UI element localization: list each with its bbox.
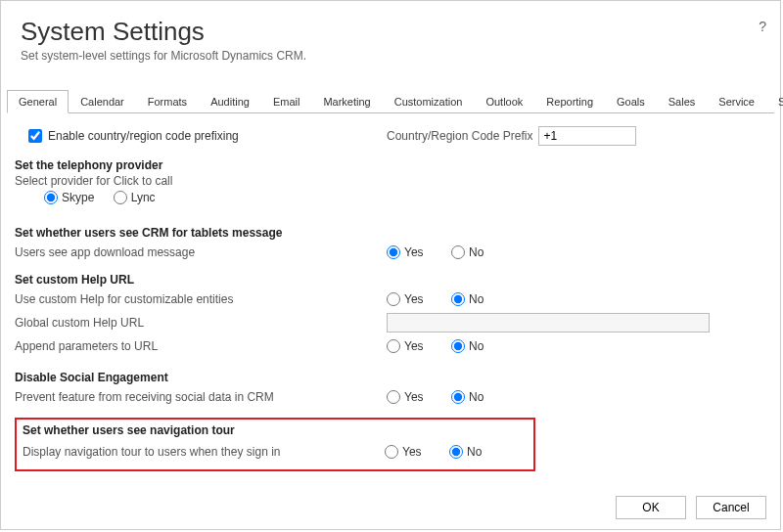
tab-sales[interactable]: Sales bbox=[657, 90, 708, 112]
tablets-sublabel: Users see app download message bbox=[15, 245, 387, 259]
navtour-no-label: No bbox=[467, 445, 482, 459]
social-yes-radio[interactable] bbox=[387, 390, 400, 404]
telephony-skype-label: Skype bbox=[62, 191, 94, 204]
helpurl-global-input[interactable] bbox=[387, 313, 710, 332]
tab-bar: General Calendar Formats Auditing Email … bbox=[7, 90, 774, 113]
tab-calendar[interactable]: Calendar bbox=[69, 90, 136, 112]
enable-prefix-label: Enable country/region code prefixing bbox=[48, 129, 239, 143]
tab-formats[interactable]: Formats bbox=[136, 90, 199, 112]
country-prefix-input[interactable] bbox=[538, 126, 636, 146]
enable-prefix-checkbox[interactable] bbox=[28, 129, 42, 143]
tab-customization[interactable]: Customization bbox=[383, 90, 475, 112]
tab-auditing[interactable]: Auditing bbox=[199, 90, 261, 112]
telephony-title: Set the telephony provider bbox=[15, 158, 766, 172]
helpurl-title: Set custom Help URL bbox=[15, 273, 766, 287]
telephony-sublabel: Select provider for Click to call bbox=[15, 174, 766, 188]
tab-email[interactable]: Email bbox=[261, 90, 312, 112]
helpurl-append-no-label: No bbox=[469, 339, 484, 353]
social-title: Disable Social Engagement bbox=[15, 371, 766, 384]
ok-button[interactable]: OK bbox=[616, 496, 686, 519]
social-sublabel: Prevent feature from receiving social da… bbox=[15, 390, 387, 404]
page-title: System Settings bbox=[21, 17, 760, 47]
tab-general[interactable]: General bbox=[7, 90, 69, 113]
tablets-no-label: No bbox=[469, 245, 484, 259]
navtour-yes-radio[interactable] bbox=[385, 445, 398, 459]
social-yes-label: Yes bbox=[404, 390, 424, 404]
tab-outlook[interactable]: Outlook bbox=[474, 90, 534, 112]
helpurl-append-yes-radio[interactable] bbox=[387, 339, 400, 353]
page-subtitle: Set system-level settings for Microsoft … bbox=[21, 49, 760, 63]
tablets-yes-label: Yes bbox=[404, 245, 424, 259]
navtour-yes-label: Yes bbox=[402, 445, 422, 459]
helpurl-row2-label: Global custom Help URL bbox=[15, 316, 387, 330]
telephony-lync-label: Lync bbox=[131, 191, 156, 204]
telephony-lync-radio[interactable] bbox=[114, 191, 127, 204]
social-no-label: No bbox=[469, 390, 484, 404]
social-no-radio[interactable] bbox=[451, 390, 465, 404]
tab-service[interactable]: Service bbox=[707, 90, 766, 112]
tab-synchronization[interactable]: Synchronization bbox=[766, 90, 783, 112]
tablets-no-radio[interactable] bbox=[451, 245, 465, 259]
helpurl-append-yes-label: Yes bbox=[404, 339, 424, 353]
tablets-yes-radio[interactable] bbox=[387, 245, 400, 259]
helpurl-append-no-radio[interactable] bbox=[451, 339, 465, 353]
navtour-title: Set whether users see navigation tour bbox=[23, 423, 528, 437]
telephony-skype-radio[interactable] bbox=[44, 191, 58, 204]
navtour-sublabel: Display navigation tour to users when th… bbox=[23, 445, 385, 459]
helpurl-custom-yes-label: Yes bbox=[404, 292, 424, 306]
helpurl-row3-label: Append parameters to URL bbox=[15, 339, 387, 353]
helpurl-custom-yes-radio[interactable] bbox=[387, 292, 400, 306]
cancel-button[interactable]: Cancel bbox=[696, 496, 766, 519]
tab-reporting[interactable]: Reporting bbox=[534, 90, 605, 112]
country-prefix-label: Country/Region Code Prefix bbox=[387, 129, 532, 143]
navtour-highlight: Set whether users see navigation tour Di… bbox=[15, 418, 535, 471]
helpurl-custom-no-radio[interactable] bbox=[451, 292, 465, 306]
tablets-title: Set whether users see CRM for tablets me… bbox=[15, 226, 766, 240]
help-icon[interactable]: ? bbox=[759, 19, 766, 34]
tab-marketing[interactable]: Marketing bbox=[311, 90, 382, 112]
tab-goals[interactable]: Goals bbox=[605, 90, 657, 112]
helpurl-row1-label: Use custom Help for customizable entitie… bbox=[15, 292, 387, 306]
helpurl-custom-no-label: No bbox=[469, 292, 484, 306]
navtour-no-radio[interactable] bbox=[449, 445, 463, 459]
